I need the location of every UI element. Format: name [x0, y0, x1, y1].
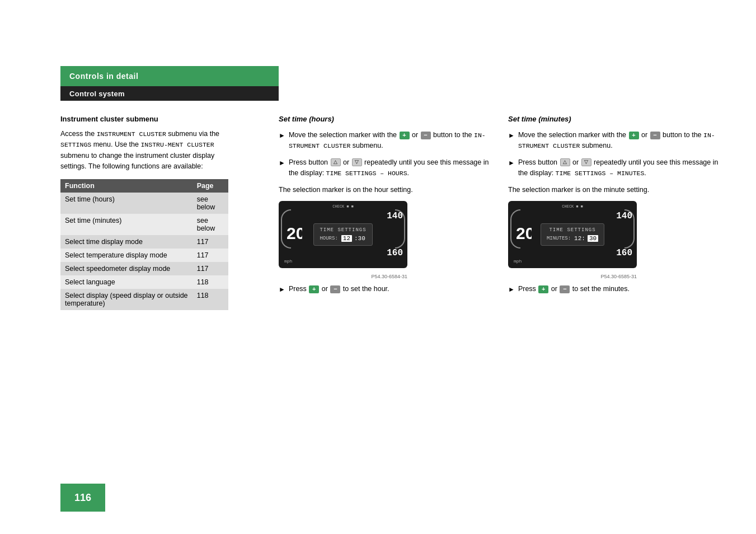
- bullet-arrow-icon-3: ►: [279, 284, 285, 295]
- down-arrow-icon: ▽: [352, 158, 362, 166]
- table-cell-page: 117: [192, 249, 228, 262]
- table-cell-function: Select speedometer display mode: [60, 262, 192, 275]
- table-row: Select speedometer display mode117: [60, 262, 228, 275]
- up-arrow-icon: △: [331, 158, 341, 166]
- right-minus-button-1: −: [650, 132, 660, 139]
- table-cell-function: Set time (minutes): [60, 214, 192, 235]
- table-cell-page: see below: [192, 193, 228, 214]
- sub-header-title: Control system: [69, 90, 125, 98]
- right-column: Set time (minutes) ► Move the selection …: [508, 115, 721, 300]
- cluster-value-2: MINUTES: 12: 30: [547, 235, 598, 242]
- table-cell-function: Select time display mode: [60, 235, 192, 249]
- table-cell-function: Set time (hours): [60, 193, 192, 214]
- image-caption-1: P54.30-6584-31: [279, 274, 407, 279]
- table-row: Set time (minutes)see below: [60, 214, 228, 235]
- page: Controls in detail Control system Instru…: [0, 0, 756, 534]
- minutes-hours: 12:: [574, 235, 585, 242]
- minus-button-2: −: [330, 285, 340, 293]
- cluster-image-1: CHECK■■ 20 TIME SETTINGS HOURS: 12 :30 1…: [279, 201, 407, 268]
- page-number-box: 116: [60, 484, 105, 512]
- right-bullet-1: ► Move the selection marker with the + o…: [508, 130, 721, 152]
- mid-bullet-1: ► Move the selection marker with the + o…: [279, 130, 491, 152]
- mid-section-title: Set time (hours): [279, 115, 491, 123]
- top-indicators-1: CHECK■■: [332, 204, 353, 209]
- table-row: Set time (hours)see below: [60, 193, 228, 214]
- cluster-value-1: HOURS: 12 :30: [320, 235, 366, 242]
- speed-left-2: 20: [515, 217, 532, 255]
- right-bullet-arrow-2: ►: [508, 158, 515, 168]
- right-up-arrow-icon: △: [560, 158, 570, 166]
- speed-right-1: 140: [387, 211, 403, 221]
- svg-text:20: 20: [516, 224, 532, 242]
- table-row: Select language118: [60, 275, 228, 289]
- table-cell-page: see below: [192, 214, 228, 235]
- minutes-highlight: 30: [588, 235, 598, 242]
- right-down-arrow-icon: ▽: [581, 158, 591, 166]
- bullet-arrow-icon-2: ►: [279, 158, 285, 168]
- mid-bullet-2-text: Press button △ or ▽ repeatedly until you…: [289, 157, 491, 179]
- right-bullet-2-text: Press button △ or ▽ repeatedly until you…: [518, 157, 721, 179]
- left-intro-text: Access the INSTRUMENT CLUSTER submenu vi…: [60, 129, 228, 172]
- bullet-arrow-icon: ►: [279, 130, 285, 141]
- header-bar: Controls in detail: [60, 66, 279, 86]
- table-cell-page: 117: [192, 262, 228, 275]
- header-bar-title: Controls in detail: [69, 72, 138, 81]
- speed-right-2: 140: [616, 211, 632, 221]
- top-indicators-2: CHECK■■: [562, 204, 583, 209]
- table-col-function: Function: [60, 179, 192, 193]
- mid-bullet-1-text: Move the selection marker with the + or …: [289, 130, 491, 152]
- center-panel-2: TIME SETTINGS MINUTES: 12: 30: [541, 223, 604, 246]
- table-row: Select temperature display mode117: [60, 249, 228, 262]
- right-note-1: The selection marker is on the minute se…: [508, 185, 721, 195]
- image-caption-2: P54.30-6585-31: [508, 274, 637, 279]
- page-number: 116: [74, 492, 91, 504]
- hours-highlight: 12: [341, 235, 352, 242]
- table-cell-function: Select display (speed display or outside…: [60, 289, 192, 310]
- mid-note-1: The selection marker is on the hour sett…: [279, 185, 491, 195]
- table-cell-function: Select language: [60, 275, 192, 289]
- right-plus-button-2: +: [538, 285, 548, 293]
- function-table: Function Page Set time (hours)see belowS…: [60, 179, 228, 310]
- right-bullet-arrow-3: ►: [508, 284, 515, 295]
- right-plus-button-1: +: [629, 132, 639, 139]
- table-cell-function: Select temperature display mode: [60, 249, 192, 262]
- mid-bullet-3: ► Press + or − to set the hour.: [279, 284, 491, 295]
- table-cell-page: 118: [192, 289, 228, 310]
- minus-button-1: −: [421, 132, 431, 139]
- hours-rest: :30: [354, 235, 365, 242]
- center-panel-1: TIME SETTINGS HOURS: 12 :30: [313, 223, 372, 246]
- mph-label-2: mph: [514, 259, 522, 264]
- table-cell-page: 117: [192, 235, 228, 249]
- minutes-label: MINUTES:: [547, 236, 571, 241]
- middle-column: Set time (hours) ► Move the selection ma…: [279, 115, 491, 300]
- speed-right2-1: 160: [387, 248, 403, 258]
- table-row: Select display (speed display or outside…: [60, 289, 228, 310]
- right-bullet-3-text: Press + or − to set the minutes.: [518, 284, 721, 294]
- table-cell-page: 118: [192, 275, 228, 289]
- cluster-label-2: TIME SETTINGS: [547, 227, 598, 233]
- left-section-title: Instrument cluster submenu: [60, 115, 228, 123]
- hours-label: HOURS:: [320, 236, 337, 241]
- cluster-image-2: CHECK■■ 20 TIME SETTINGS MINUTES: 12: 30…: [508, 201, 637, 268]
- mid-bullet-3-text: Press + or − to set the hour.: [289, 284, 491, 294]
- table-row: Select time display mode117: [60, 235, 228, 249]
- plus-button-1: +: [400, 132, 410, 139]
- speed-left-1: 20: [285, 217, 302, 255]
- right-bullet-2: ► Press button △ or ▽ repeatedly until y…: [508, 157, 721, 179]
- right-bullet-3: ► Press + or − to set the minutes.: [508, 284, 721, 295]
- right-minus-button-2: −: [560, 285, 570, 293]
- right-section-title: Set time (minutes): [508, 115, 721, 123]
- plus-button-2: +: [309, 285, 319, 293]
- mid-bullet-2: ► Press button △ or ▽ repeatedly until y…: [279, 157, 491, 179]
- cluster-label-1: TIME SETTINGS: [320, 227, 366, 233]
- speed-right2-2: 160: [616, 248, 632, 258]
- right-bullet-1-text: Move the selection marker with the + or …: [518, 130, 721, 152]
- left-column: Instrument cluster submenu Access the IN…: [60, 115, 228, 310]
- svg-text:20: 20: [287, 224, 302, 242]
- table-col-page: Page: [192, 179, 228, 193]
- sub-header: Control system: [60, 86, 279, 101]
- mph-label-1: mph: [284, 259, 292, 264]
- content-area: Instrument cluster submenu Access the IN…: [60, 115, 711, 489]
- right-bullet-arrow-1: ►: [508, 130, 515, 141]
